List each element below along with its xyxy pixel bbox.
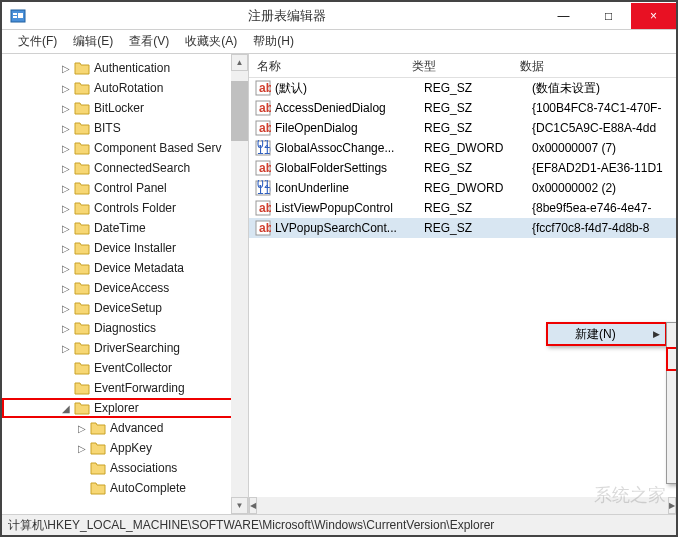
expander-icon[interactable]: ▷ [60, 142, 72, 154]
tree-item-diagnostics[interactable]: ▷Diagnostics [2, 318, 248, 338]
svg-text:110: 110 [257, 183, 271, 196]
value-data: 0x00000002 (2) [532, 181, 676, 195]
menu-file[interactable]: 文件(F) [10, 30, 65, 53]
tree-item-bits[interactable]: ▷BITS [2, 118, 248, 138]
tree-item-eventforwarding[interactable]: EventForwarding [2, 378, 248, 398]
expander-icon[interactable]: ▷ [60, 302, 72, 314]
list-row[interactable]: abListViewPopupControlREG_SZ{8be9f5ea-e7… [249, 198, 676, 218]
expander-icon[interactable]: ◢ [60, 402, 72, 414]
registry-tree[interactable]: ▷Authentication▷AutoRotation▷BitLocker▷B… [2, 56, 248, 500]
scroll-right-button[interactable]: ▶ [668, 497, 676, 514]
menu-favorites[interactable]: 收藏夹(A) [177, 30, 245, 53]
expander-icon[interactable]: ▷ [76, 422, 88, 434]
value-name: GlobalAssocChange... [275, 141, 424, 155]
expander-icon[interactable]: ▷ [60, 222, 72, 234]
tree-item-connectedsearch[interactable]: ▷ConnectedSearch [2, 158, 248, 178]
context-item[interactable]: 字符串值(S) [667, 348, 678, 370]
list-hscrollbar[interactable]: ◀ ▶ [249, 497, 676, 514]
list-row[interactable]: ab(默认)REG_SZ(数值未设置) [249, 78, 676, 98]
expander-icon[interactable] [76, 462, 88, 474]
value-type: REG_SZ [424, 101, 532, 115]
tree-item-appkey[interactable]: ▷AppKey [2, 438, 248, 458]
value-data: {fccf70c8-f4d7-4d8b-8 [532, 221, 676, 235]
expander-icon[interactable]: ▷ [60, 82, 72, 94]
list-row[interactable]: abGlobalFolderSettingsREG_SZ{EF8AD2D1-AE… [249, 158, 676, 178]
tree-item-advanced[interactable]: ▷Advanced [2, 418, 248, 438]
tree-item-authentication[interactable]: ▷Authentication [2, 58, 248, 78]
context-item[interactable]: 二进制值(B) [667, 370, 678, 392]
menu-view[interactable]: 查看(V) [121, 30, 177, 53]
tree-label: BitLocker [94, 101, 144, 115]
context-item[interactable]: 多字符串值(M) [667, 436, 678, 458]
scroll-left-button[interactable]: ◀ [249, 497, 257, 514]
context-new[interactable]: 新建(N) ▶ [547, 323, 666, 345]
scroll-up-button[interactable]: ▲ [231, 54, 248, 71]
menu-edit[interactable]: 编辑(E) [65, 30, 121, 53]
value-type: REG_SZ [424, 161, 532, 175]
hscroll-track[interactable] [257, 497, 668, 514]
expander-icon[interactable]: ▷ [60, 242, 72, 254]
header-data[interactable]: 数据 [512, 54, 676, 77]
list-row[interactable]: 011110GlobalAssocChange...REG_DWORD0x000… [249, 138, 676, 158]
tree-item-autorotation[interactable]: ▷AutoRotation [2, 78, 248, 98]
expander-icon[interactable]: ▷ [76, 442, 88, 454]
tree-label: AutoRotation [94, 81, 163, 95]
expander-icon[interactable]: ▷ [60, 342, 72, 354]
tree-item-driversearching[interactable]: ▷DriverSearching [2, 338, 248, 358]
list-row[interactable]: 011110IconUnderlineREG_DWORD0x00000002 (… [249, 178, 676, 198]
context-submenu[interactable]: 项(K)字符串值(S)二进制值(B)DWORD (32 位)值(D)QWORD … [666, 322, 678, 484]
minimize-button[interactable]: — [541, 3, 586, 29]
expander-icon[interactable]: ▷ [60, 122, 72, 134]
expander-icon[interactable] [60, 382, 72, 394]
tree-vscrollbar[interactable]: ▲ ▼ [231, 54, 248, 514]
tree-item-bitlocker[interactable]: ▷BitLocker [2, 98, 248, 118]
expander-icon[interactable]: ▷ [60, 162, 72, 174]
expander-icon[interactable]: ▷ [60, 282, 72, 294]
expander-icon[interactable]: ▷ [60, 102, 72, 114]
expander-icon[interactable]: ▷ [60, 322, 72, 334]
maximize-button[interactable]: □ [586, 3, 631, 29]
expander-icon[interactable]: ▷ [60, 202, 72, 214]
svg-rect-2 [13, 16, 17, 18]
scroll-thumb[interactable] [231, 81, 248, 141]
list-row[interactable]: abFileOpenDialogREG_SZ{DC1C5A9C-E88A-4dd [249, 118, 676, 138]
tree-item-control-panel[interactable]: ▷Control Panel [2, 178, 248, 198]
header-type[interactable]: 类型 [404, 54, 512, 77]
context-item[interactable]: DWORD (32 位)值(D) [667, 392, 678, 414]
close-button[interactable]: × [631, 3, 676, 29]
tree-item-deviceaccess[interactable]: ▷DeviceAccess [2, 278, 248, 298]
context-item[interactable]: 可扩充字符串值(E) [667, 458, 678, 480]
tree-item-autocomplete[interactable]: AutoComplete [2, 478, 248, 498]
tree-item-eventcollector[interactable]: EventCollector [2, 358, 248, 378]
expander-icon[interactable]: ▷ [60, 262, 72, 274]
statusbar: 计算机\HKEY_LOCAL_MACHINE\SOFTWARE\Microsof… [2, 514, 676, 536]
tree-item-devicesetup[interactable]: ▷DeviceSetup [2, 298, 248, 318]
list-row[interactable]: abLVPopupSearchCont...REG_SZ{fccf70c8-f4… [249, 218, 676, 238]
list-row[interactable]: abAccessDeniedDialogREG_SZ{100B4FC8-74C1… [249, 98, 676, 118]
tree-label: Component Based Serv [94, 141, 221, 155]
expander-icon[interactable]: ▷ [60, 182, 72, 194]
tree-item-component-based-serv[interactable]: ▷Component Based Serv [2, 138, 248, 158]
tree-item-controls-folder[interactable]: ▷Controls Folder [2, 198, 248, 218]
context-item[interactable]: QWORD (64 位)值(Q) [667, 414, 678, 436]
value-data: {8be9f5ea-e746-4e47- [532, 201, 676, 215]
tree-item-device-installer[interactable]: ▷Device Installer [2, 238, 248, 258]
svg-rect-1 [13, 13, 17, 15]
expander-icon[interactable]: ▷ [60, 62, 72, 74]
value-type: REG_DWORD [424, 181, 532, 195]
svg-text:ab: ab [259, 101, 271, 115]
expander-icon[interactable] [76, 482, 88, 494]
context-menu[interactable]: 新建(N) ▶ [546, 322, 667, 346]
header-name[interactable]: 名称 [249, 54, 404, 77]
tree-label: DateTime [94, 221, 146, 235]
context-item[interactable]: 项(K) [667, 326, 678, 348]
tree-item-datetime[interactable]: ▷DateTime [2, 218, 248, 238]
scroll-down-button[interactable]: ▼ [231, 497, 248, 514]
tree-item-explorer[interactable]: ◢Explorer [2, 398, 248, 418]
value-list[interactable]: ab(默认)REG_SZ(数值未设置)abAccessDeniedDialogR… [249, 78, 676, 238]
scroll-track[interactable] [231, 141, 248, 497]
tree-item-associations[interactable]: Associations [2, 458, 248, 478]
expander-icon[interactable] [60, 362, 72, 374]
menu-help[interactable]: 帮助(H) [245, 30, 302, 53]
tree-item-device-metadata[interactable]: ▷Device Metadata [2, 258, 248, 278]
